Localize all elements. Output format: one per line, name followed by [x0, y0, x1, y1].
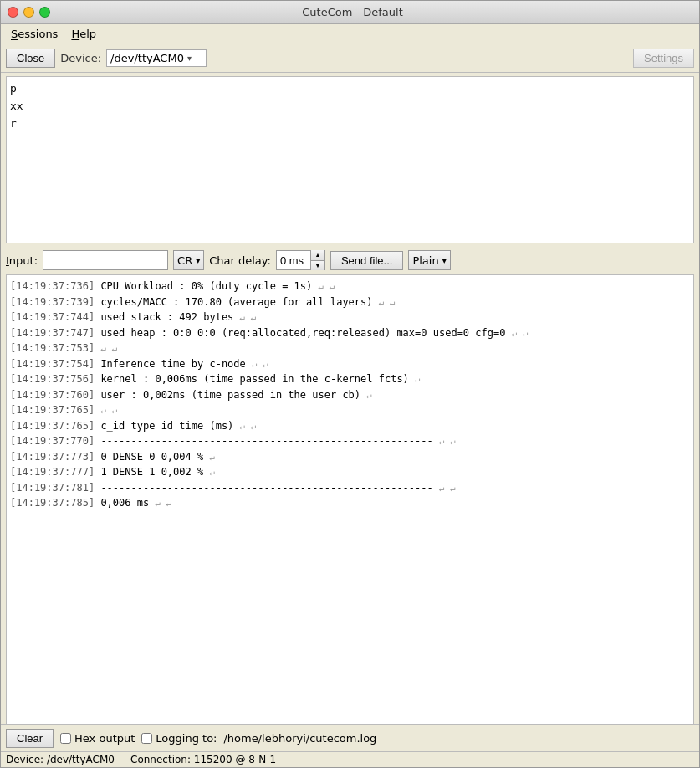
log-line: [14:19:37:773] 0 DENSE 0 0,004 % ↵ [10, 449, 690, 465]
menu-sessions[interactable]: Sessions [4, 26, 64, 42]
clear-button[interactable]: Clear [6, 729, 54, 748]
spinbox-buttons: ▲ ▼ [310, 250, 324, 270]
log-area: [14:19:37:736] CPU Workload : 0% (duty c… [6, 274, 694, 724]
output-line-3: r [10, 115, 690, 133]
log-path: /home/lebhoryi/cutecom.log [223, 732, 376, 745]
logging-checkbox[interactable] [141, 733, 152, 744]
device-label: Device: [60, 52, 101, 64]
menu-help[interactable]: Help [64, 26, 103, 42]
input-label: Input: [6, 254, 38, 267]
window-title: CuteCom - Default [50, 6, 655, 18]
log-line: [14:19:37:747] used heap : 0:0 0:0 (req:… [10, 325, 690, 341]
output-area: p xx r [6, 76, 694, 243]
log-line: [14:19:37:765] ↵ ↵ [10, 402, 690, 418]
title-bar: CuteCom - Default [1, 1, 699, 24]
status-connection: Connection: 115200 @ 8-N-1 [130, 754, 276, 765]
format-select[interactable]: Plain ▾ [408, 250, 450, 270]
log-line: [14:19:37:744] used stack : 492 bytes ↵ … [10, 310, 690, 325]
status-bar: Device: /dev/ttyACM0 Connection: 115200 … [1, 751, 699, 767]
bottom-bar: Clear Hex output Logging to: /home/lebho… [1, 724, 699, 751]
cr-label: CR [177, 254, 192, 267]
device-value: /dev/ttyACM0 [110, 52, 184, 64]
log-line: [14:19:37:736] CPU Workload : 0% (duty c… [10, 279, 690, 294]
log-line: [14:19:37:760] user : 0,002ms (time pass… [10, 387, 690, 403]
log-line: [14:19:37:756] kernel : 0,006ms (time pa… [10, 371, 690, 387]
window-minimize-button[interactable] [23, 7, 34, 18]
log-line: [14:19:37:781] -------------------------… [10, 480, 690, 496]
log-line: [14:19:37:765] c_id type id time (ms) ↵ … [10, 418, 690, 434]
char-delay-label: Char delay: [209, 254, 271, 267]
log-line: [14:19:37:777] 1 DENSE 1 0,002 % ↵ [10, 464, 690, 480]
log-line: [14:19:37:785] 0,006 ms ↵ ↵ [10, 495, 690, 511]
main-window: CuteCom - Default Sessions Help Close De… [0, 0, 700, 768]
hex-output-label[interactable]: Hex output [60, 732, 135, 745]
log-line: [14:19:37:739] cycles/MACC : 170.80 (ave… [10, 294, 690, 310]
window-controls [8, 7, 50, 18]
device-combo-arrow: ▾ [187, 54, 192, 63]
window-maximize-button[interactable] [39, 7, 50, 18]
format-label: Plain [412, 254, 438, 267]
logging-text: Logging to: [156, 732, 217, 745]
log-line: [14:19:37:754] Inference time by c-node … [10, 356, 690, 372]
close-button[interactable]: Close [6, 49, 55, 68]
logging-label[interactable]: Logging to: [141, 732, 217, 745]
output-line-2: xx [10, 98, 690, 115]
char-delay-input[interactable] [277, 251, 310, 269]
hex-output-text: Hex output [74, 732, 135, 745]
char-delay-spinbox: ▲ ▼ [276, 250, 325, 270]
menu-bar: Sessions Help [1, 24, 699, 44]
settings-button[interactable]: Settings [633, 49, 694, 68]
spinbox-up-button[interactable]: ▲ [311, 250, 324, 261]
log-line: [14:19:37:770] -------------------------… [10, 433, 690, 449]
hex-output-checkbox[interactable] [60, 733, 71, 744]
cr-select[interactable]: CR ▾ [173, 250, 204, 270]
input-row: Input: CR ▾ Char delay: ▲ ▼ Send file...… [1, 247, 699, 274]
spinbox-down-button[interactable]: ▼ [311, 261, 324, 271]
send-file-button[interactable]: Send file... [330, 251, 403, 270]
input-field[interactable] [43, 250, 168, 270]
status-device: Device: /dev/ttyACM0 [6, 754, 115, 765]
cr-arrow: ▾ [196, 256, 200, 265]
log-line: [14:19:37:753] ↵ ↵ [10, 340, 690, 356]
window-close-button[interactable] [8, 7, 18, 18]
output-line-1: p [10, 80, 690, 98]
toolbar: Close Device: /dev/ttyACM0 ▾ Settings [1, 44, 699, 73]
device-combo[interactable]: /dev/ttyACM0 ▾ [106, 49, 207, 67]
format-arrow: ▾ [442, 256, 447, 265]
